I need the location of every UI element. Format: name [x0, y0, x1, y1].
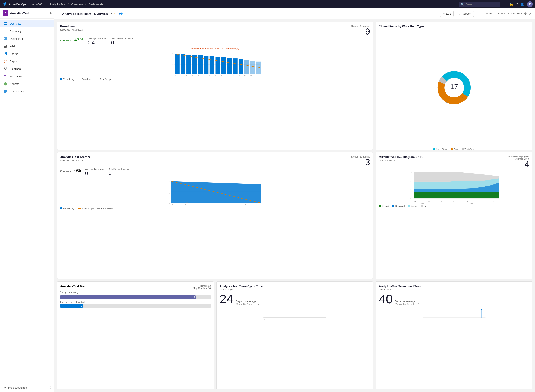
favorite-star-icon[interactable]: ☆ [114, 12, 117, 15]
sidebar-item-dashboards[interactable]: Dashboards [0, 35, 54, 42]
lead-value: 40 [379, 293, 393, 305]
sprint-legend-total: Total Scope [77, 207, 94, 210]
svg-text:6/12: 6/12 [249, 74, 252, 76]
sidebar-item-repos[interactable]: Repos [0, 57, 54, 65]
settings-icon[interactable]: 👤 [520, 2, 525, 6]
sidebar-item-testplans[interactable]: Test Plans [0, 73, 54, 80]
svg-text:10: 10 [411, 180, 413, 182]
task-dot [451, 148, 453, 150]
sidebar-label-summary: Summary [10, 30, 21, 33]
svg-rect-32 [186, 55, 191, 74]
wiki-icon [3, 44, 7, 48]
svg-text:2: 2 [169, 181, 170, 183]
brand-name[interactable]: Azure DevOps [8, 3, 26, 6]
sidebar-item-compliance[interactable]: Compliance [0, 88, 54, 95]
svg-point-113 [481, 308, 482, 310]
svg-text:6/11: 6/11 [243, 74, 246, 76]
svg-rect-38 [221, 57, 226, 74]
svg-text:5/31: 5/31 [179, 74, 182, 76]
resolved-label: Resolved [395, 205, 405, 207]
sidebar-item-pipelines[interactable]: Pipelines [0, 65, 54, 73]
fullscreen-icon[interactable]: ⤢ [529, 12, 532, 16]
modified-text: Modified Just now by Jihye Eom [486, 12, 522, 15]
sidebar-item-wiki[interactable]: Wiki [0, 42, 54, 50]
svg-text:Jun: Jun [470, 202, 473, 204]
search-box[interactable]: 🔍 [459, 2, 501, 7]
closed-dot [379, 205, 381, 207]
sprint-stories-value: 3 [351, 158, 370, 167]
refresh-icon: ↻ [458, 12, 461, 15]
sprint-legend-remaining: Remaining [60, 207, 74, 210]
sidebar-item-boards[interactable]: Boards [0, 50, 54, 57]
svg-text:6/3: 6/3 [197, 75, 199, 76]
user-avatar[interactable]: JE [527, 1, 533, 7]
legend-task: Task [451, 148, 458, 150]
svg-marker-97 [414, 192, 499, 198]
sidebar-item-artifacts[interactable]: Artifacts [0, 80, 54, 88]
sprint-ideal-label: Ideal Trend [101, 207, 113, 210]
azure-devops-logo[interactable] [2, 2, 7, 6]
breadcrumb-sep1: / [29, 3, 29, 6]
donut-chart-svg: 17 8 8 1 [435, 69, 473, 107]
svg-text:6/1: 6/1 [195, 205, 198, 205]
svg-text:14: 14 [414, 200, 416, 202]
new-label: New [424, 205, 428, 207]
breadcrumb-org[interactable]: jeom0631 [32, 3, 44, 6]
cfd-chart-area: 15 10 5 0 [379, 170, 529, 204]
svg-rect-10 [5, 38, 7, 40]
sprint-completed-label: Completed [60, 170, 72, 173]
dashboard-settings-icon[interactable]: ⚙ [524, 12, 527, 16]
dashboard-toolbar: ⊞ AnalyticsTest Team - Overview ▾ ☆ 👥 ✎ … [54, 8, 535, 19]
lead-sub-label: (Created to Completed) [395, 303, 419, 305]
refresh-button[interactable]: ↻ Refresh [456, 11, 474, 17]
burndown-card: Burndown 5/30/2023 - 6/13/2023 Stories R… [57, 22, 373, 150]
shield-icon[interactable]: 🔒 [509, 2, 513, 6]
completed-stat: Completed 47% [60, 37, 84, 46]
svg-text:13: 13 [492, 200, 494, 202]
sidebar-item-overview[interactable]: Overview [0, 20, 54, 27]
collapse-icon[interactable]: 《 [48, 386, 51, 389]
svg-text:6/2: 6/2 [191, 75, 194, 76]
breadcrumb-page[interactable]: Dashboards [88, 3, 103, 6]
search-input[interactable] [465, 3, 498, 6]
svg-point-16 [6, 60, 7, 61]
new-dot [421, 205, 423, 207]
edit-button[interactable]: ✎ Edit [440, 11, 453, 17]
svg-rect-44 [256, 62, 261, 74]
add-icon[interactable]: + [49, 11, 52, 16]
donut-chart-area: 17 8 8 1 [379, 28, 529, 147]
iteration-label: Iteration 3 [193, 285, 211, 287]
svg-rect-6 [4, 32, 6, 33]
breadcrumb-sep3: / [68, 3, 69, 6]
legend-totalscope-line [95, 79, 99, 79]
lead-subtitle: Last 30 days [379, 288, 529, 291]
total-scope-value: 0 [111, 40, 133, 46]
notifications-icon[interactable]: ☰ [504, 2, 507, 6]
project-settings[interactable]: ⚙ Project settings 《 [0, 383, 54, 392]
svg-text:24: 24 [440, 200, 443, 202]
avg-burndown-stat: Average burndown 0.4 [88, 37, 107, 46]
dashboard-dropdown-arrow[interactable]: ▾ [111, 12, 112, 15]
sidebar-label-compliance: Compliance [10, 90, 24, 93]
burndown-chart-svg: 10 5 0 [60, 51, 370, 76]
sprint-burndown-header: AnalyticsTest Team S... 5/26/2023 - 6/16… [60, 155, 370, 167]
legend-testcase: Test Case [462, 148, 475, 150]
svg-text:8: 8 [479, 200, 480, 202]
more-options-icon[interactable]: ··· [476, 10, 482, 17]
team-icon[interactable]: 👥 [119, 12, 123, 15]
breadcrumb-section[interactable]: Overview [71, 3, 82, 6]
help-icon[interactable]: ? [516, 2, 518, 6]
bar-value-2: 1 [81, 305, 82, 307]
cfd-subtitle: As of 5/14/2023 [379, 159, 423, 162]
svg-text:6/3: 6/3 [208, 205, 210, 205]
breadcrumb-sep2: / [46, 3, 47, 6]
closed-label: Closed [382, 205, 389, 207]
breadcrumb-project[interactable]: AnalyticsTest [50, 3, 66, 6]
svg-text:17: 17 [450, 83, 458, 91]
burndown-legend: Remaining Burndown Total Scope [60, 78, 370, 80]
iteration-remaining: 1 day remaining [60, 291, 211, 294]
sidebar-item-summary[interactable]: Summary [0, 27, 54, 35]
active-dot [408, 205, 410, 207]
svg-rect-37 [215, 57, 220, 74]
closed-items-card: Closed Items by Work Item Type [376, 22, 532, 150]
